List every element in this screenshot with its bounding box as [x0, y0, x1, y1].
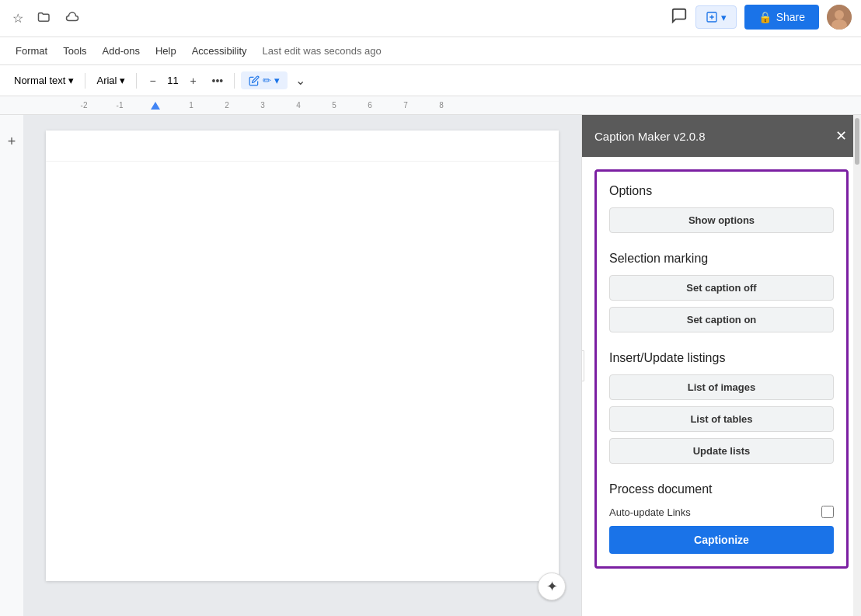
auto-update-label: Auto-update Links: [609, 506, 691, 518]
process-document-title: Process document: [609, 482, 834, 496]
update-lists-button[interactable]: Update lists: [609, 438, 834, 464]
insert-icon-arrow: ▾: [721, 12, 727, 23]
text-style-label: Normal text: [14, 75, 65, 86]
top-bar-icons: ☆: [9, 7, 82, 30]
insert-update-section: Insert/Update listings List of images Li…: [609, 351, 834, 464]
cloud-icon[interactable]: [62, 7, 82, 30]
menu-accessibility[interactable]: Accessibility: [186, 42, 253, 60]
font-label: Arial: [96, 75, 117, 86]
captionize-button[interactable]: Captionize: [609, 526, 834, 554]
options-section-title: Options: [609, 184, 834, 198]
font-chevron: ▾: [120, 75, 125, 86]
toolbar-divider-3: [234, 73, 235, 89]
edit-mode-label: ✏: [263, 75, 271, 86]
folder-icon[interactable]: [34, 7, 54, 30]
edit-chevron: ▾: [274, 75, 280, 86]
avatar[interactable]: [827, 5, 852, 30]
floating-action-button[interactable]: ✦: [538, 572, 566, 600]
ruler-mark: 8: [424, 101, 459, 110]
caption-panel-body: Options Show options Selection marking S…: [582, 157, 861, 616]
caption-options-box: Options Show options Selection marking S…: [594, 169, 849, 569]
floating-icon: ✦: [546, 578, 558, 595]
menu-format[interactable]: Format: [9, 42, 54, 60]
font-size-decrease[interactable]: −: [143, 71, 162, 90]
panel-scrollbar-thumb: [855, 118, 859, 165]
ruler-mark: 2: [209, 101, 245, 110]
menu-bar: Format Tools Add-ons Help Accessibility …: [0, 37, 861, 65]
top-right-actions: ▾ 🔒 Share: [671, 5, 852, 30]
selection-marking-title: Selection marking: [609, 252, 834, 266]
top-bar: ☆ ▾ 🔒 Share: [0, 0, 861, 37]
font-select[interactable]: Arial ▾: [92, 71, 130, 89]
document-page: [46, 131, 559, 581]
panel-scrollbar[interactable]: [853, 115, 861, 616]
caption-close-button[interactable]: ✕: [834, 126, 849, 146]
caption-panel-header: Caption Maker v2.0.8 ✕: [582, 115, 861, 157]
ruler-mark: -1: [102, 101, 138, 110]
ruler-mark: [138, 102, 173, 110]
caption-panel-title: Caption Maker v2.0.8: [594, 130, 706, 143]
left-sidebar: +: [0, 115, 23, 616]
ruler-mark: 6: [352, 101, 388, 110]
auto-update-row: Auto-update Links: [609, 506, 834, 518]
collapse-panel-button[interactable]: ›: [581, 350, 584, 381]
show-options-button[interactable]: Show options: [609, 207, 834, 233]
ruler-mark: 3: [245, 101, 281, 110]
ruler-mark: 1: [173, 101, 209, 110]
lock-icon: 🔒: [758, 11, 772, 23]
insert-button[interactable]: ▾: [695, 5, 737, 29]
insert-update-title: Insert/Update listings: [609, 351, 834, 365]
caption-panel: Caption Maker v2.0.8 ✕ Options Show opti…: [581, 115, 861, 616]
share-button[interactable]: 🔒 Share: [744, 5, 819, 30]
main-layout: + ✦ Caption Maker v2.0.8 ✕ Options Show …: [0, 115, 861, 616]
auto-update-checkbox[interactable]: [821, 506, 834, 518]
toolbar-collapse-btn[interactable]: ⌄: [292, 70, 308, 91]
menu-addons[interactable]: Add-ons: [96, 42, 146, 60]
toolbar: Normal text ▾ Arial ▾ − 11 + ••• ✏ ▾ ⌄: [0, 65, 861, 96]
edit-mode-button[interactable]: ✏ ▾: [241, 71, 288, 89]
set-caption-on-button[interactable]: Set caption on: [609, 307, 834, 332]
ruler-mark: 5: [316, 101, 352, 110]
menu-tools[interactable]: Tools: [57, 42, 92, 60]
toolbar-more-btn[interactable]: •••: [207, 71, 228, 90]
options-section: Options Show options: [609, 184, 834, 233]
ruler-mark: 4: [281, 101, 316, 110]
list-of-tables-button[interactable]: List of tables: [609, 406, 834, 432]
set-caption-off-button[interactable]: Set caption off: [609, 275, 834, 301]
font-size-control: − 11 +: [143, 71, 202, 90]
toolbar-divider-2: [136, 73, 137, 89]
toolbar-divider-1: [85, 73, 85, 89]
comment-icon[interactable]: [671, 7, 688, 28]
ruler-mark: 7: [388, 101, 424, 110]
document-area[interactable]: ✦: [23, 115, 581, 616]
text-style-chevron: ▾: [68, 75, 74, 86]
svg-marker-4: [151, 102, 160, 110]
svg-point-2: [835, 10, 844, 19]
ruler-mark: -2: [66, 101, 102, 110]
font-size-value: 11: [163, 75, 182, 86]
last-edit-status: Last edit was seconds ago: [263, 45, 382, 57]
process-document-section: Process document Auto-update Links Capti…: [609, 482, 834, 554]
selection-marking-section: Selection marking Set caption off Set ca…: [609, 252, 834, 332]
add-page-button[interactable]: +: [5, 131, 19, 153]
ruler: -2 -1 1 2 3 4 5 6 7 8: [0, 96, 861, 115]
text-style-select[interactable]: Normal text ▾: [9, 71, 78, 89]
star-icon[interactable]: ☆: [9, 8, 26, 29]
font-size-increase[interactable]: +: [183, 71, 202, 90]
share-label: Share: [776, 11, 805, 23]
list-of-images-button[interactable]: List of images: [609, 374, 834, 400]
menu-help[interactable]: Help: [149, 42, 183, 60]
